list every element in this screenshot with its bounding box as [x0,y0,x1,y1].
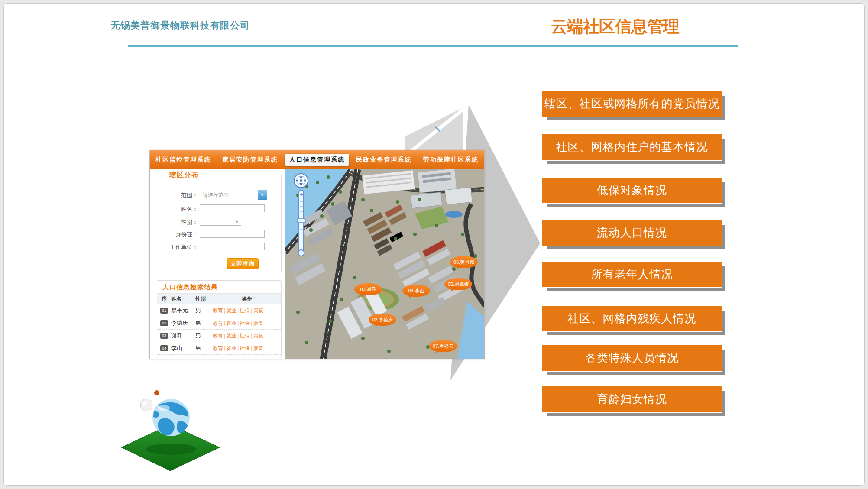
row-number-badge: 04 [160,345,168,351]
action-link[interactable]: 就业 [226,345,236,351]
scope-label: 范围： [157,191,198,199]
page-title: 云端社区信息管理 [551,16,679,38]
action-link[interactable]: 教育 [213,333,223,339]
id-card-field[interactable] [200,230,265,238]
results-header-row: 序 姓名 性别 操作 [157,294,281,304]
action-link[interactable]: 就业 [226,333,236,339]
action-link[interactable]: 教育 [213,308,223,314]
feature-banner-special-groups: 各类特殊人员情况 [541,344,722,372]
map-zoom-control[interactable] [290,170,312,265]
map-marker[interactable]: 02.李德庆 [369,314,396,326]
tab-community-monitor[interactable]: 社区监控管理系统 [151,154,215,166]
action-link[interactable]: 康复 [253,345,263,351]
feature-banner-migrants: 流动人口情况 [541,219,722,246]
action-link[interactable]: 教育 [213,320,223,326]
app-nav-bar: 社区监控管理系统 家居安防管理系统 人口信息管理系统 民政业务管理系统 劳动保障… [150,150,484,169]
action-link[interactable]: 社保 [240,345,250,351]
district-fieldset: 辖区分布 范围： 请选择范围 ▼ 姓名： 性别： ∨ 身份证： 工作单位： 立即… [157,175,282,273]
gender-select[interactable]: ∨ [200,217,241,226]
feature-banner-disabled: 社区、网格内残疾人情况 [541,305,722,332]
action-link[interactable]: 就业 [226,308,236,314]
map-view[interactable]: 02.李德庆 03.谢乔 04.李山 05.刘妮娅 06.黄月娥 07.肖楼云 [285,169,484,359]
action-link[interactable]: 就业 [226,320,236,326]
action-link[interactable]: 社保 [240,308,250,314]
feature-banner-party-members: 辖区、社区或网格所有的党员情况 [541,90,722,117]
results-title: 人口信息检索结果 [157,281,281,294]
fieldset-title: 辖区分布 [167,171,201,180]
row-number-badge: 02 [160,320,168,326]
company-name: 无锡美普御景物联科技有限公司 [110,19,250,32]
feature-banner-low-income: 低保对象情况 [541,177,722,204]
feature-banner-households: 社区、网格内住户的基本情况 [541,133,722,161]
tab-home-security[interactable]: 家居安防管理系统 [218,154,282,166]
table-row: 01 易平元 男 教育|就业|社保|康复 [157,304,281,317]
name-label: 姓名： [157,205,198,213]
row-number-badge: 03 [160,333,168,339]
map-marker[interactable]: 06.黄月娥 [450,256,478,268]
action-link[interactable]: 社保 [240,333,250,339]
feature-banner-childbearing-women: 育龄妇女情况 [541,385,722,413]
work-unit-field[interactable] [200,243,265,250]
gender-label: 性别： [157,218,198,226]
white-sphere [140,399,152,411]
query-button[interactable]: 立即查询 [227,258,259,269]
app-window: 社区监控管理系统 家居安防管理系统 人口信息管理系统 民政业务管理系统 劳动保障… [149,150,485,359]
id-card-label: 身份证： [157,231,198,239]
map-marker[interactable]: 05.刘妮娅 [444,278,472,290]
arrow-echo [405,107,463,150]
chevron-down-icon[interactable]: ▼ [258,190,267,200]
table-row: 03 谢乔 男 教育|就业|社保|康复 [157,330,281,342]
results-panel: 人口信息检索结果 序 姓名 性别 操作 01 易平元 男 教育|就业|社保|康复… [157,280,282,358]
action-link[interactable]: 社保 [240,320,250,326]
map-marker[interactable]: 04.李山 [402,285,430,297]
action-link[interactable]: 康复 [253,320,263,326]
row-number-badge: 01 [160,308,168,314]
map-marker[interactable]: 03.谢乔 [354,283,382,295]
chevron-down-icon: ∨ [236,219,241,224]
name-field[interactable] [200,204,265,212]
action-link[interactable]: 教育 [213,345,223,351]
search-panel: 辖区分布 范围： 请选择范围 ▼ 姓名： 性别： ∨ 身份证： 工作单位： 立即… [150,169,285,359]
tab-civil-affairs[interactable]: 民政业务管理系统 [352,154,416,166]
work-unit-label: 工作单位： [157,243,198,251]
scope-select[interactable]: 请选择范围 ▼ [200,190,267,200]
table-row: 04 李山 男 教育|就业|社保|康复 [157,342,281,355]
table-row: 02 李德庆 男 教育|就业|社保|康复 [157,317,281,330]
tab-labor-security[interactable]: 劳动保障社区系统 [419,154,483,166]
action-link[interactable]: 康复 [253,308,263,314]
feature-banner-elderly: 所有老年人情况 [541,261,722,288]
globe-logo [117,385,230,476]
orange-dot [154,390,159,395]
tab-population-info[interactable]: 人口信息管理系统 [285,154,349,166]
map-marker[interactable]: 07.肖楼云 [429,340,457,352]
action-link[interactable]: 康复 [253,333,263,339]
header-divider [128,45,738,47]
